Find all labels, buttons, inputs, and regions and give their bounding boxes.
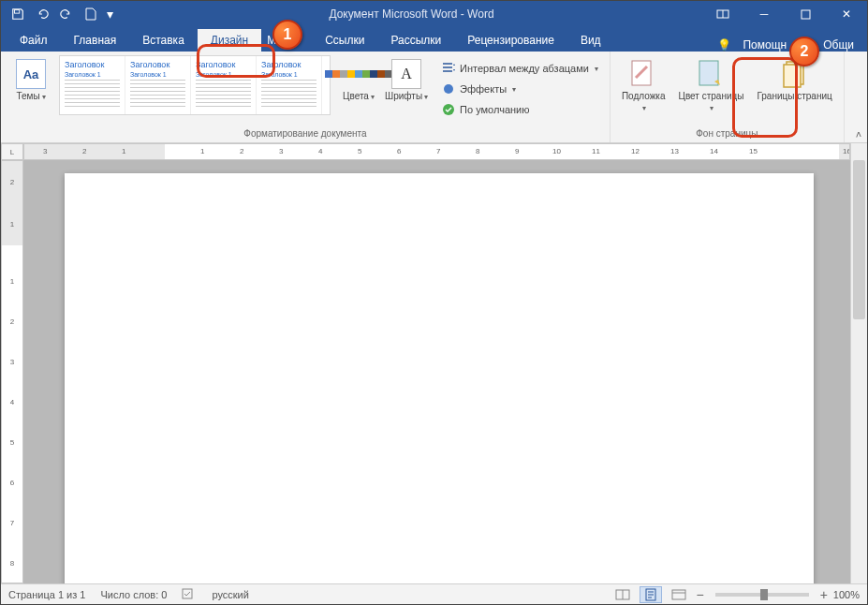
paragraph-spacing-button[interactable]: Интервал между абзацами▾ [437,59,602,78]
tab-references[interactable]: Ссылки [312,29,377,52]
tellme-label[interactable]: Помощн [743,38,787,52]
ribbon-tabs: Файл Главная Вставка Дизайн Макет Ссылки… [1,27,867,52]
ribbon: Aa Темы▾ ЗаголовокЗаголовок 1 ЗаголовокЗ… [1,52,867,143]
zoom-level[interactable]: 100% [833,589,860,600]
callout-2: 2 [789,37,819,66]
effects-icon [441,81,456,96]
group-label-page-bg: Фон страницы [696,128,758,140]
callout-1: 1 [272,20,302,50]
window-title: Документ Microsoft Word - Word [121,7,702,21]
svg-rect-8 [784,65,801,87]
window-controls: ─ ✕ [702,1,867,27]
zoom-in-icon[interactable]: + [820,587,828,602]
svg-rect-2 [802,10,810,19]
watermark-icon [628,59,658,89]
fonts-icon: A [391,59,421,89]
ruler-horizontal[interactable]: 321 123456789101112131415 1617 [23,143,850,160]
status-language[interactable]: русский [212,589,248,600]
effects-button[interactable]: Эффекты▾ [437,80,602,98]
view-print-icon[interactable] [640,586,662,603]
themes-icon: Aa [16,59,46,89]
share-label[interactable]: Общи [823,38,854,52]
tab-view[interactable]: Вид [567,29,614,52]
quick-access-toolbar: ▾ [1,4,121,24]
zoom-handle[interactable] [760,589,768,600]
status-page[interactable]: Страница 1 из 1 [8,589,85,600]
themes-button[interactable]: Aa Темы▾ [8,55,53,107]
tab-insert[interactable]: Вставка [129,29,198,52]
svg-rect-0 [15,10,20,14]
undo-icon[interactable] [31,4,53,24]
scrollbar-thumb[interactable] [853,160,865,319]
status-words[interactable]: Число слов: 0 [100,589,167,600]
watermark-button[interactable]: Подложка▾ [618,55,669,118]
check-icon [441,102,456,117]
minimize-icon[interactable]: ─ [743,1,785,27]
close-icon[interactable]: ✕ [826,1,867,27]
ribbon-options-icon[interactable] [702,1,743,27]
page-color-icon [696,59,726,89]
view-web-icon[interactable] [668,586,690,603]
maximize-icon[interactable] [785,1,826,27]
scrollbar-vertical[interactable] [850,143,867,583]
page-color-button[interactable]: Цвет страницы▾ [675,55,748,118]
styles-gallery[interactable]: ЗаголовокЗаголовок 1 ЗаголовокЗаголовок … [59,55,331,115]
paragraph-spacing-icon [441,61,456,76]
status-bar: Страница 1 из 1 Число слов: 0 русский − … [1,583,867,604]
paragraph-spacing-label: Интервал между абзацами [460,63,589,74]
new-doc-icon[interactable] [80,4,102,24]
collapse-ribbon-icon[interactable]: ʌ [856,128,861,139]
lightbulb-icon: 💡 [717,38,731,52]
themes-label: Темы [16,91,39,101]
tab-review[interactable]: Рецензирование [454,29,567,52]
tab-home[interactable]: Главная [61,29,130,52]
group-label-doc-format: Форматирование документа [243,128,366,140]
qat-dropdown-icon[interactable]: ▾ [104,4,115,24]
title-bar: ▾ Документ Microsoft Word - Word ─ ✕ [1,1,867,27]
spellcheck-icon[interactable] [182,587,197,602]
style-item[interactable]: ЗаголовокЗаголовок 1 [257,56,322,114]
colors-button[interactable]: Цвета▾ [336,55,381,107]
svg-point-3 [444,84,453,94]
default-button[interactable]: По умолчанию [437,100,602,119]
ruler-vertical[interactable]: 21 12345678 [1,160,23,583]
fonts-label: Шрифты [385,91,422,101]
ruler-corner[interactable]: L [1,143,23,160]
zoom-out-icon[interactable]: − [696,587,703,602]
save-icon[interactable] [7,4,29,24]
tab-mailings[interactable]: Рассылки [377,29,454,52]
default-label: По умолчанию [460,104,529,115]
effects-label: Эффекты [460,83,507,95]
page-borders-label: Границы страниц [757,91,831,102]
tabs-right: 💡 Помощн 👤 Общи [704,38,867,52]
tab-file[interactable]: Файл [7,29,61,52]
style-item[interactable]: ЗаголовокЗаголовок 1 [191,56,257,114]
svg-rect-12 [672,590,685,599]
page-color-label: Цвет страницы [679,91,744,101]
document-area[interactable] [23,160,850,583]
colors-icon [344,59,374,89]
style-item[interactable]: ЗаголовокЗаголовок 1 [125,56,191,114]
workspace: L 321 123456789101112131415 1617 21 1234… [1,143,867,583]
view-read-icon[interactable] [611,586,634,603]
zoom-slider[interactable] [715,593,809,597]
tab-design[interactable]: Дизайн [198,29,261,52]
page[interactable] [65,173,814,583]
svg-rect-9 [183,589,192,598]
fonts-button[interactable]: A Шрифты▾ [381,55,432,107]
colors-label: Цвета [343,91,369,101]
redo-icon[interactable] [55,4,78,24]
watermark-label: Подложка [622,91,666,101]
group-doc-format: Aa Темы▾ ЗаголовокЗаголовок 1 ЗаголовокЗ… [1,52,611,142]
style-item[interactable]: ЗаголовокЗаголовок 1 [60,56,125,114]
